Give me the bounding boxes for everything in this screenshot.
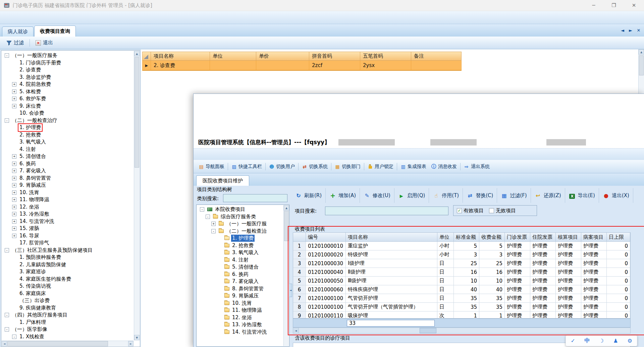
tree-expand-icon[interactable] — [12, 277, 16, 281]
tree-expand-icon[interactable]: - — [200, 207, 204, 212]
tree-item[interactable]: + 9. 胃肠减压 — [2, 182, 133, 189]
tree-item[interactable]: - （一）医学影像 — [2, 326, 133, 333]
tree-expand-icon[interactable] — [12, 298, 16, 303]
tree-expand-icon[interactable]: + — [12, 197, 16, 202]
tree-expand-icon[interactable]: - — [12, 335, 16, 339]
tree-expand-icon[interactable] — [217, 330, 221, 334]
filter-button[interactable]: 过滤(F) — [497, 188, 531, 203]
fee-item-row[interactable]: 2 01201000020 特级护理 小时 3 3 护理费 护理费 护理费 护理… — [293, 250, 630, 259]
scroll-up-icon[interactable]: ▲ — [284, 205, 289, 211]
tree-item[interactable]: 2. 诊查费 — [2, 66, 133, 74]
tree-expand-icon[interactable] — [217, 308, 221, 312]
replace-button[interactable]: 替换(C) — [463, 188, 497, 203]
tab-hospital-fee-maintenance[interactable]: 医院收费项目维护 — [196, 175, 249, 186]
tree-expand-icon[interactable] — [217, 294, 221, 298]
col-header-fee[interactable]: 收费金额 — [479, 233, 505, 242]
exit-system-button[interactable]: 退出系统 — [462, 162, 492, 171]
enable-button[interactable]: 启用(Q) — [394, 188, 429, 203]
tab-scroll-right-icon[interactable]: ► — [627, 26, 634, 34]
hms-tree-item[interactable]: 4. 注射 — [197, 256, 283, 264]
disable-button[interactable]: 停用(T) — [429, 188, 463, 203]
fee-item-row[interactable]: 3 01201000030 Ⅰ级护理 日 25 25 护理费 护理费 护理费 护… — [293, 259, 630, 268]
tree-expand-icon[interactable] — [217, 287, 221, 291]
tree-item[interactable]: 3. 家庭巡诊 — [2, 268, 133, 276]
tree-expand-icon[interactable] — [217, 258, 221, 262]
hms-tree-item[interactable]: 8. 鼻饲管置管 — [197, 285, 283, 293]
tree-expand-icon[interactable] — [12, 320, 16, 325]
hms-tree-item[interactable]: - 综合医疗服务类 — [197, 213, 283, 221]
tree-item[interactable]: 4. 家庭医生签约服务费 — [2, 276, 133, 283]
tree-item[interactable]: + 5. 清创缝合 — [2, 153, 133, 160]
restore-button[interactable]: 还原(Z) — [531, 188, 565, 203]
tree-expand-icon[interactable] — [217, 323, 221, 327]
close-button[interactable]: ✕ — [624, 0, 644, 11]
tree-item[interactable]: 6. 家庭病床 — [2, 290, 133, 297]
tree-expand-icon[interactable]: + — [12, 82, 16, 86]
tree-expand-icon[interactable] — [12, 68, 16, 72]
fee-item-row[interactable]: 1 01201000010 重症监护 小时 5 5 护理费 护理费 护理费 护理… — [293, 242, 630, 250]
fee-item-row[interactable]: 7 01201000100 气管切开护理 日 35 35 护理费 护理费 护理费… — [293, 294, 630, 303]
tree-item[interactable]: 10. 会诊费 — [2, 110, 133, 117]
tree-expand-icon[interactable]: + — [12, 183, 16, 187]
col-header-unit[interactable]: 单位 — [210, 52, 256, 61]
ime-check-icon[interactable] — [569, 337, 577, 345]
scroll-down-icon[interactable]: ▼ — [134, 335, 140, 340]
category-search-input[interactable] — [223, 194, 287, 202]
tree-item[interactable]: 3. 氧气吸入 — [2, 138, 133, 146]
exit-button[interactable]: × 退出 — [33, 38, 56, 48]
scrollbar-thumb[interactable] — [7, 341, 108, 346]
tree-item[interactable]: 1. 门诊病历手册费 — [2, 59, 133, 67]
tab-close-icon[interactable]: ✕ — [635, 26, 642, 34]
tree-item[interactable]: + 12. 坐浴 — [2, 204, 133, 211]
scroll-right-icon[interactable]: ► — [128, 341, 133, 346]
hms-tree-item[interactable]: 9. 胃肠减压 — [197, 292, 283, 300]
minimize-button[interactable]: ─ — [584, 0, 604, 11]
col-header-daily-limit[interactable]: 日上限 — [607, 233, 630, 242]
hms-tree-item[interactable]: 10. 洗胃 — [197, 300, 283, 307]
col-header-unit[interactable]: 单位 — [437, 233, 454, 242]
switch-department-button[interactable]: 切换部门 — [332, 162, 363, 171]
tree-item[interactable]: - （三）社区卫生服务及预防保健项目 — [2, 247, 133, 254]
tree-item[interactable]: + 7. 雾化吸入 — [2, 167, 133, 175]
scrollbar-thumb[interactable] — [639, 55, 644, 75]
fee-item-row[interactable]: 5 01201000050 Ⅲ级护理 日 10 10 护理费 护理费 护理费 护… — [293, 277, 630, 285]
tree-expand-icon[interactable]: + — [12, 226, 16, 231]
tree-item[interactable]: + 16. 导尿 — [2, 232, 133, 240]
tree-item[interactable]: + 13. 冷热湿敷 — [2, 211, 133, 218]
tab-fee-item-query[interactable]: 收费项目查询 — [34, 25, 76, 37]
user-lock-button[interactable]: 用户锁定 — [365, 162, 396, 171]
scroll-up-icon[interactable]: ▲ — [134, 51, 140, 56]
maximize-button[interactable]: ❐ — [604, 0, 624, 11]
ime-user-icon[interactable] — [611, 337, 620, 345]
nav-panel-button[interactable]: 导航面板 — [196, 162, 227, 171]
tree-item[interactable]: 2. 抢救费 — [2, 131, 133, 139]
fee-item-row[interactable]: 8 01201000100 气管切开护理（气管插管护理） 日 35 35 护理费… — [293, 303, 630, 311]
hms-tree-item[interactable]: - （二）一般检查治 — [197, 228, 283, 235]
valid-items-checkbox[interactable]: 有效项目 — [457, 208, 484, 214]
tree-expand-icon[interactable] — [12, 241, 16, 245]
tree-item[interactable]: + 15. 灌肠 — [2, 225, 133, 232]
tree-vertical-scrollbar[interactable]: ▲ ▼ — [134, 51, 140, 340]
hms-tree-item[interactable]: 5. 清创缝合 — [197, 264, 283, 271]
add-button[interactable]: 增加(A) — [326, 188, 360, 203]
tree-expand-icon[interactable] — [217, 315, 221, 320]
hms-tree-item[interactable]: 3. 氧气吸入 — [197, 249, 283, 256]
invalid-items-checkbox[interactable]: 无效项目 — [489, 208, 516, 214]
hms-tree-item[interactable]: 11. 物理降温 — [197, 307, 283, 314]
ime-fullwidth-icon[interactable] — [597, 337, 605, 345]
col-header-accounting[interactable]: 核算项目 — [556, 233, 581, 242]
col-header-note[interactable]: 备注 — [411, 52, 462, 61]
tree-expand-icon[interactable]: + — [12, 212, 16, 216]
tree-expand-icon[interactable]: - — [5, 313, 9, 317]
tree-expand-icon[interactable] — [217, 250, 221, 255]
tree-expand-icon[interactable] — [12, 140, 16, 144]
tree-expand-icon[interactable]: + — [12, 176, 16, 180]
tree-item[interactable]: + 14. 引流管冲洗 — [2, 218, 133, 225]
tree-expand-icon[interactable]: + — [211, 222, 216, 226]
tree-item[interactable]: （三）出诊费 — [2, 297, 133, 304]
exit-button[interactable]: 退出(X) — [599, 188, 633, 203]
tree-expand-icon[interactable]: + — [12, 205, 16, 209]
tree-expand-icon[interactable]: + — [12, 104, 16, 108]
tree-item[interactable]: 17. 肛管排气 — [2, 239, 133, 247]
tab-patient-visit[interactable]: 病人就诊 — [2, 26, 34, 37]
